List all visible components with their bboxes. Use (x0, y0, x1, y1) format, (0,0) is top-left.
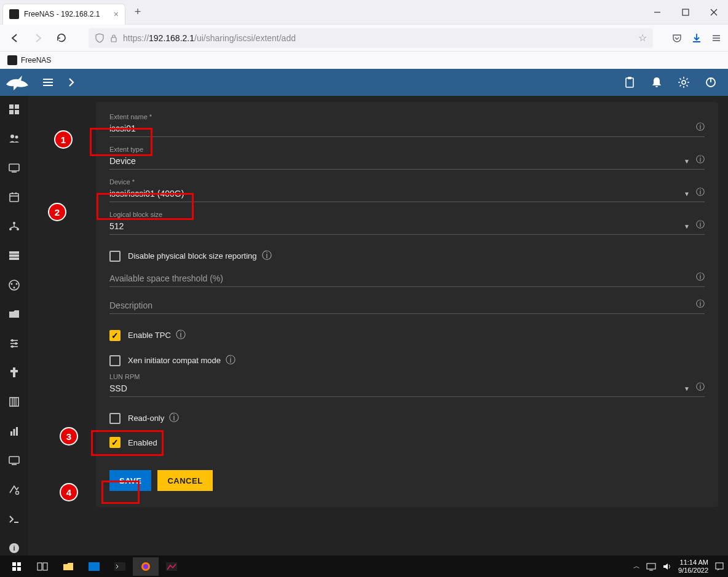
clipboard-icon[interactable] (623, 76, 636, 88)
extent-name-field[interactable]: Extent name * ⓘ (109, 113, 705, 137)
svg-rect-70 (716, 563, 723, 569)
help-icon[interactable]: ⓘ (696, 187, 705, 198)
nav-accounts-icon[interactable] (7, 131, 22, 146)
description-field[interactable]: Descriptionⓘ (109, 296, 705, 314)
window-maximize-button[interactable] (671, 0, 700, 25)
hamburger-menu-icon[interactable] (41, 76, 56, 89)
svg-rect-22 (9, 164, 19, 171)
svg-rect-57 (12, 562, 16, 566)
reload-button[interactable] (53, 29, 70, 47)
help-icon[interactable]: ⓘ (696, 299, 705, 310)
new-tab-button[interactable]: + (129, 4, 146, 21)
nav-services-icon[interactable] (7, 336, 22, 351)
device-field[interactable]: Device * iscsi/iscsi01 (400G)▼ⓘ (109, 178, 705, 202)
extent-type-field[interactable]: Extent type Device▼ⓘ (109, 146, 705, 170)
checkbox-icon[interactable] (109, 355, 121, 366)
checkbox-icon[interactable]: ✓ (109, 330, 121, 341)
nav-vm-icon[interactable] (7, 453, 22, 468)
browser-toolbar: https://192.168.2.1/ui/sharing/iscsi/ext… (0, 25, 728, 52)
tray-network-icon[interactable] (646, 562, 656, 571)
help-icon[interactable]: ⓘ (226, 354, 235, 367)
downloads-icon[interactable] (691, 33, 702, 44)
pocket-icon[interactable] (671, 33, 682, 44)
logical-block-field[interactable]: Logical block size 512▼ⓘ (109, 211, 705, 235)
nav-guide-icon[interactable]: i (7, 541, 22, 555)
nav-plugins-icon[interactable] (7, 366, 22, 380)
window-minimize-button[interactable] (643, 0, 671, 25)
xen-compat-checkbox[interactable]: Xen initiator compat mode ⓘ (109, 348, 705, 373)
nav-network-icon[interactable] (7, 219, 22, 234)
browser-tab-strip: FreeNAS - 192.168.2.1 × + (0, 0, 728, 25)
main-content: Extent name * ⓘ Extent type Device▼ⓘ Dev… (28, 96, 728, 555)
svg-rect-19 (15, 110, 19, 114)
svg-rect-11 (626, 78, 633, 87)
nav-shell-icon[interactable] (7, 512, 22, 527)
lun-rpm-field[interactable]: LUN RPM SSD▼ⓘ (109, 373, 705, 397)
help-icon[interactable]: ⓘ (696, 272, 705, 283)
back-button[interactable] (6, 29, 23, 47)
read-only-checkbox[interactable]: Read-only ⓘ (109, 406, 705, 431)
svg-rect-12 (628, 77, 631, 79)
help-icon[interactable]: ⓘ (696, 382, 705, 393)
help-icon[interactable]: ⓘ (176, 329, 186, 342)
nav-dashboard-icon[interactable] (7, 102, 22, 117)
nav-system-icon[interactable] (7, 160, 22, 175)
nav-tasks-icon[interactable] (7, 190, 22, 205)
window-close-button[interactable] (700, 0, 728, 25)
browser-tab[interactable]: FreeNAS - 192.168.2.1 × (2, 4, 125, 25)
enable-tpc-checkbox[interactable]: ✓ Enable TPC ⓘ (109, 323, 705, 348)
save-button[interactable]: SAVE (109, 470, 151, 491)
nav-reporting-icon[interactable] (7, 424, 22, 439)
extent-form: Extent name * ⓘ Extent type Device▼ⓘ Dev… (96, 102, 718, 507)
checkbox-icon[interactable] (109, 413, 121, 424)
app-menu-icon[interactable] (711, 33, 722, 44)
app-logo[interactable] (0, 69, 34, 96)
svg-rect-60 (17, 567, 21, 571)
bookmark-star-icon[interactable]: ☆ (638, 32, 647, 44)
nav-sharing-icon[interactable] (7, 307, 22, 321)
tab-favicon (9, 9, 19, 19)
taskbar-app-firefox[interactable] (133, 557, 159, 576)
enabled-checkbox[interactable]: ✓ Enabled (109, 431, 705, 454)
help-icon[interactable]: ⓘ (696, 122, 705, 133)
svg-rect-59 (12, 567, 16, 571)
bell-icon[interactable] (651, 76, 663, 88)
tray-clock[interactable]: 11:14 AM 9/16/2022 (678, 559, 708, 573)
start-button[interactable] (4, 557, 30, 576)
chevron-right-icon[interactable] (66, 77, 77, 88)
nav-directory-icon[interactable] (7, 278, 22, 292)
svg-point-36 (16, 283, 18, 285)
gear-icon[interactable] (678, 76, 690, 88)
shield-icon (95, 33, 105, 43)
svg-rect-33 (9, 257, 19, 260)
taskbar-app[interactable] (159, 557, 184, 576)
tray-notifications-icon[interactable] (714, 562, 724, 571)
help-icon[interactable]: ⓘ (262, 249, 272, 262)
tray-chevron-up-icon[interactable]: ︿ (633, 562, 640, 571)
taskbar-app-explorer[interactable] (55, 557, 81, 576)
taskbar-app[interactable] (81, 557, 107, 576)
power-icon[interactable] (705, 76, 717, 88)
taskbar-app-terminal[interactable] (107, 557, 133, 576)
help-icon[interactable]: ⓘ (696, 154, 705, 165)
cancel-button[interactable]: CANCEL (157, 470, 212, 491)
task-view-button[interactable] (30, 557, 55, 576)
help-icon[interactable]: ⓘ (169, 412, 179, 425)
url-text: https://192.168.2.1/ui/sharing/iscsi/ext… (123, 33, 296, 43)
tab-close-icon[interactable]: × (114, 9, 119, 19)
svg-rect-61 (38, 563, 42, 570)
nav-storage-icon[interactable] (7, 248, 22, 263)
nav-jails-icon[interactable] (7, 394, 22, 409)
svg-point-21 (15, 136, 18, 139)
bookmark-item[interactable]: FreeNAS (21, 56, 51, 65)
nav-display-icon[interactable] (7, 482, 22, 497)
forward-button[interactable] (30, 29, 47, 47)
disable-pbsr-checkbox[interactable]: Disable physical block size reporting ⓘ (109, 243, 705, 269)
tray-volume-icon[interactable] (662, 562, 672, 571)
help-icon[interactable]: ⓘ (696, 219, 705, 230)
avail-space-field[interactable]: Available space threshold (%)ⓘ (109, 269, 705, 287)
url-bar[interactable]: https://192.168.2.1/ui/sharing/iscsi/ext… (89, 28, 653, 48)
extent-name-input[interactable] (109, 124, 705, 133)
checkbox-icon[interactable] (109, 251, 121, 262)
checkbox-icon[interactable]: ✓ (109, 437, 121, 448)
